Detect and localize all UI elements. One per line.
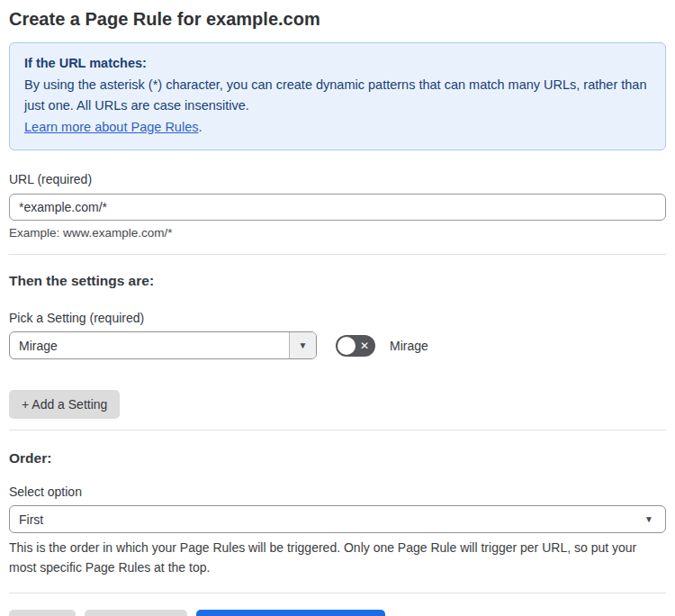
info-box-link-line: Learn more about Page Rules. xyxy=(24,117,651,139)
divider xyxy=(9,254,666,255)
page-title: Create a Page Rule for example.com xyxy=(9,7,666,31)
order-select-label: Select option xyxy=(9,484,666,500)
divider xyxy=(9,593,666,593)
pick-setting-label: Pick a Setting (required) xyxy=(9,310,666,326)
info-box-heading: If the URL matches: xyxy=(24,53,651,75)
save-as-draft-button[interactable]: Save as Draft xyxy=(85,610,188,616)
divider xyxy=(9,430,666,430)
toggle-knob xyxy=(338,337,356,355)
order-select-value: First xyxy=(10,506,644,532)
settings-section-heading: Then the settings are: xyxy=(9,272,666,290)
info-box-body: By using the asterisk (*) character, you… xyxy=(24,75,651,117)
url-example-helper: Example: www.example.com/* xyxy=(9,225,666,241)
mirage-toggle[interactable]: ✕ xyxy=(336,335,375,357)
order-helper-text: This is the order in which your Page Rul… xyxy=(9,538,666,577)
chevron-down-icon: ▼ xyxy=(644,515,653,524)
toggle-off-x-icon: ✕ xyxy=(360,340,369,351)
setting-select-arrow-button[interactable]: ▼ xyxy=(289,332,316,358)
order-select[interactable]: First ▼ xyxy=(9,505,666,533)
save-and-deploy-button[interactable]: Save and Deploy Page Rule xyxy=(196,610,385,616)
url-field-label: URL (required) xyxy=(9,171,666,187)
setting-row: Mirage ▼ ✕ Mirage xyxy=(9,331,666,359)
order-select-arrow: ▼ xyxy=(644,506,665,532)
setting-select[interactable]: Mirage ▼ xyxy=(9,331,317,359)
link-suffix: . xyxy=(198,120,202,134)
url-match-info-box: If the URL matches: By using the asteris… xyxy=(9,42,666,150)
page-rule-form: Create a Page Rule for example.com If th… xyxy=(0,0,675,616)
footer-button-row: Cancel Save as Draft Save and Deploy Pag… xyxy=(9,610,666,616)
toggle-label: Mirage xyxy=(390,339,428,353)
add-setting-button[interactable]: + Add a Setting xyxy=(9,390,120,419)
url-input[interactable] xyxy=(9,194,666,221)
learn-more-link[interactable]: Learn more about Page Rules xyxy=(24,120,198,134)
chevron-down-icon: ▼ xyxy=(299,341,308,350)
cancel-button[interactable]: Cancel xyxy=(9,610,76,616)
order-section-heading: Order: xyxy=(9,449,666,467)
setting-select-value: Mirage xyxy=(10,332,289,358)
